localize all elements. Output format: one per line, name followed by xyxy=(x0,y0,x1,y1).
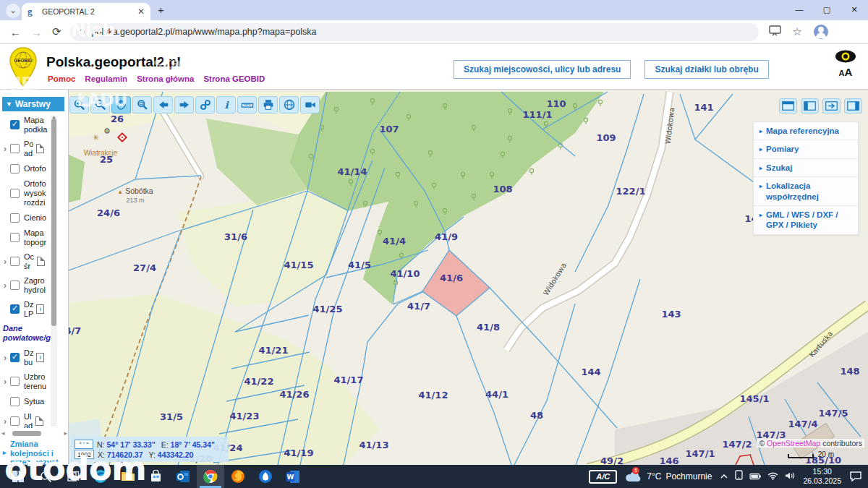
layout-left-button[interactable] xyxy=(801,98,819,114)
layer-checkbox[interactable] xyxy=(10,304,20,314)
menu-mapa-referencyjna[interactable]: ▸Mapa referencyjna xyxy=(754,122,858,140)
zoom-in-tool[interactable] xyxy=(69,96,89,114)
volume-tray-icon[interactable] xyxy=(785,470,795,483)
phone-tray-icon[interactable] xyxy=(735,470,743,483)
camera-tool[interactable] xyxy=(300,96,320,114)
site-settings-icon[interactable]: ⚙ xyxy=(79,27,86,37)
expand-right-button[interactable] xyxy=(822,98,841,114)
layout-top-button[interactable] xyxy=(779,98,797,114)
reload-icon[interactable]: ⟳ xyxy=(52,25,61,38)
layout-right-button[interactable] xyxy=(844,98,862,114)
expand-chevron-icon[interactable]: › xyxy=(0,353,10,363)
layer-checkbox[interactable] xyxy=(10,353,20,362)
expand-chevron-icon[interactable]: › xyxy=(0,377,10,387)
openstreetmap-link[interactable]: OpenStreetMap xyxy=(767,439,820,448)
layer-info-icon[interactable]: i xyxy=(36,304,44,314)
bookmark-star-icon[interactable]: ☆ xyxy=(793,25,802,38)
layer-checkbox[interactable] xyxy=(10,164,20,174)
outlook-taskbar-icon[interactable] xyxy=(169,465,197,488)
word-taskbar-icon[interactable]: W xyxy=(279,465,307,488)
menu-szukaj[interactable]: ▸Szukaj xyxy=(754,159,858,177)
browser-tab[interactable]: g GEOPORTAL 2 ✕ xyxy=(22,3,150,20)
map-canvas[interactable]: ✳ ⚙ Wiatrakcje ▲ Sobótka213 m 262524/627… xyxy=(69,90,868,465)
minimize-button[interactable]: — xyxy=(786,0,813,20)
new-tab-button[interactable]: + xyxy=(158,4,164,16)
tab-search-icon[interactable]: ⌄ xyxy=(6,4,20,18)
layer-item: Sytua xyxy=(0,396,69,407)
link-tool[interactable] xyxy=(195,96,215,114)
tab-close-icon[interactable]: ✕ xyxy=(137,7,145,17)
profile-avatar[interactable] xyxy=(814,25,828,39)
keyboard-layout-indicator[interactable]: A/C xyxy=(589,470,617,484)
address-bar[interactable]: ⚙ polska.geoportal2.pl/map/www/mapa.php?… xyxy=(70,23,759,41)
task-view-taskbar-icon[interactable] xyxy=(59,465,87,488)
print-tool[interactable] xyxy=(258,96,278,114)
font-size-toggle[interactable]: AA xyxy=(835,66,856,78)
map-toolbar: i xyxy=(69,96,320,114)
search-button-1[interactable]: Szukaj miejscowości, ulicy lub adresu xyxy=(454,60,631,79)
expand-chevron-icon[interactable]: › xyxy=(0,257,10,267)
globe-tool[interactable] xyxy=(279,96,299,114)
nav-link-strona-g-wna[interactable]: Strona główna xyxy=(137,74,194,83)
zoom-out-tool[interactable] xyxy=(90,96,110,114)
contrast-eye-icon[interactable] xyxy=(835,50,856,66)
battery-tray-icon[interactable] xyxy=(749,470,761,483)
chrome-taskbar-icon[interactable] xyxy=(197,465,224,488)
legend-doc-icon[interactable] xyxy=(35,416,43,426)
menu-gml-wfs-dxf-gpx-pikiety[interactable]: ▸GML / WFS / DXF / GPX / Pikiety xyxy=(754,206,858,234)
menu-lokalizacja-wsp-rz-dnej[interactable]: ▸Lokalizacja współrzędnej xyxy=(754,177,858,206)
geobid-logo[interactable]: GEOBID xyxy=(6,46,41,90)
taskbar-clock[interactable]: 15:3026.03.2025 xyxy=(803,467,841,486)
edge-taskbar-icon[interactable] xyxy=(87,465,114,488)
nav-link-strona-geobid[interactable]: Strona GEOBID xyxy=(203,74,265,83)
layer-checkbox[interactable] xyxy=(10,281,20,290)
layer-checkbox[interactable] xyxy=(10,397,20,406)
layer-checkbox[interactable] xyxy=(10,144,20,153)
mail-taskbar-icon[interactable] xyxy=(252,465,279,488)
measure-tool[interactable] xyxy=(237,96,257,114)
expand-chevron-icon[interactable]: › xyxy=(0,281,10,291)
maximize-button[interactable]: ▢ xyxy=(813,0,841,20)
menu-pomiary[interactable]: ▸Pomiary xyxy=(754,140,858,158)
crs-1992-button[interactable]: 1992 xyxy=(75,450,94,459)
layer-checkbox[interactable] xyxy=(10,213,20,223)
legend-doc-icon[interactable] xyxy=(37,257,45,266)
explorer-taskbar-icon[interactable] xyxy=(114,465,142,488)
start-taskbar-icon[interactable] xyxy=(4,465,32,488)
layers-panel-header[interactable]: ▼Warstwy xyxy=(2,97,64,111)
store-taskbar-icon[interactable] xyxy=(142,465,169,488)
wifi-tray-icon[interactable] xyxy=(767,470,778,483)
pan-tool[interactable] xyxy=(111,96,131,114)
layer-checkbox[interactable] xyxy=(10,377,20,386)
degrees-format-button[interactable]: ° ' " xyxy=(75,440,93,449)
expand-chevron-icon[interactable]: › xyxy=(0,416,10,427)
chevron-up-tray-icon[interactable] xyxy=(720,470,728,483)
layer-checkbox[interactable] xyxy=(10,257,20,266)
action-center-icon[interactable] xyxy=(849,471,862,482)
nav-link-pomoc[interactable]: Pomoc xyxy=(48,74,75,83)
info-tool[interactable]: i xyxy=(216,96,236,114)
weather-widget[interactable]: 5 7°C Pochmurnie xyxy=(625,471,712,482)
close-button[interactable]: ✕ xyxy=(841,0,868,20)
search-button-2[interactable]: Szukaj działki lub obrębu xyxy=(644,60,768,79)
layer-info-icon[interactable]: i xyxy=(36,353,44,362)
back-icon[interactable]: ← xyxy=(10,26,21,38)
legend-doc-icon[interactable] xyxy=(36,144,44,153)
sidebar-horizontal-scrollbar[interactable]: ◂▸ xyxy=(1,429,67,437)
layer-checkbox[interactable] xyxy=(10,189,20,198)
layer-checkbox[interactable] xyxy=(10,120,20,129)
nav-link-regulamin[interactable]: Regulamin xyxy=(85,74,127,83)
firefox-taskbar-icon[interactable] xyxy=(224,465,252,488)
layer-checkbox[interactable] xyxy=(10,233,20,242)
layer-order-link[interactable]: ▸Zmiana kolejności i przezroczyst xyxy=(0,440,69,467)
search-taskbar-icon[interactable] xyxy=(32,465,59,488)
cast-icon[interactable] xyxy=(769,25,781,39)
back-tool[interactable] xyxy=(153,96,173,114)
zoom-window-tool[interactable] xyxy=(132,96,152,114)
sidebar-vertical-scrollbar[interactable]: ▲ xyxy=(51,116,57,427)
layer-checkbox[interactable] xyxy=(10,416,20,426)
expand-chevron-icon[interactable]: › xyxy=(0,144,10,154)
parcel-label: 147/2 xyxy=(723,439,752,450)
forward-icon[interactable]: → xyxy=(31,26,42,38)
forward-tool[interactable] xyxy=(174,96,194,114)
